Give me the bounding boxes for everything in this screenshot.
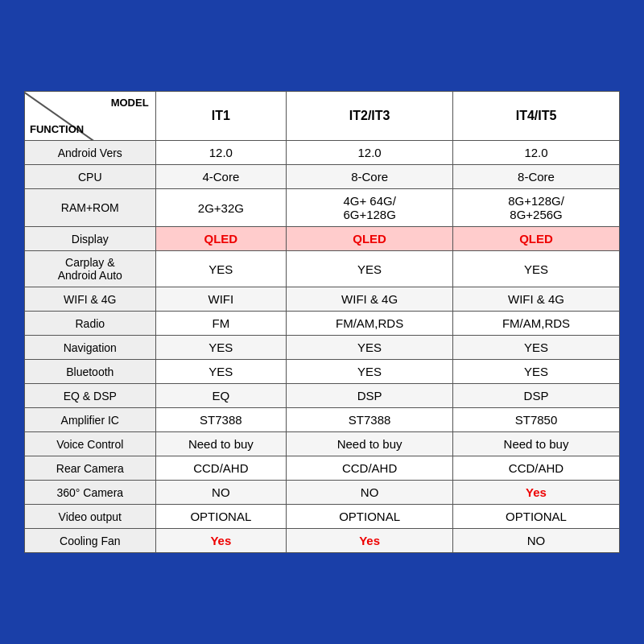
cell-it45: YES <box>453 360 620 384</box>
cell-it45: 8-Core <box>453 165 620 189</box>
cell-it23: WIFI & 4G <box>287 287 453 312</box>
cell-it1: YES <box>155 360 287 384</box>
cell-it45: Yes <box>453 481 620 505</box>
cell-it23: OPTIONAL <box>287 505 453 529</box>
cell-it23: 12.0 <box>287 141 453 165</box>
cell-it1: OPTIONAL <box>155 505 287 529</box>
cell-it1: ST7388 <box>155 408 287 432</box>
cell-it1: YES <box>155 336 287 360</box>
cell-it1: FM <box>155 312 287 336</box>
cell-it23: Need to buy <box>287 432 453 456</box>
feature-label: Radio <box>25 312 156 336</box>
cell-it23: YES <box>287 336 453 360</box>
cell-it23: FM/AM,RDS <box>287 312 453 336</box>
feature-label: Carplay & Android Auto <box>25 251 156 287</box>
cell-it23: YES <box>287 251 453 287</box>
cell-it45: WIFI & 4G <box>453 287 620 312</box>
feature-label: 360° Camera <box>25 481 156 505</box>
cell-it1: QLED <box>155 227 287 251</box>
cell-it45: CCD/AHD <box>453 456 620 481</box>
cell-it1: Yes <box>155 529 287 553</box>
cell-it1: 12.0 <box>155 141 287 165</box>
cell-it23: 8-Core <box>287 165 453 189</box>
feature-label: Android Vers <box>25 141 156 165</box>
cell-it45: YES <box>453 336 620 360</box>
feature-label: Display <box>25 227 156 251</box>
cell-it1: Need to buy <box>155 432 287 456</box>
model-label: MODEL <box>111 97 149 109</box>
cell-it45: ST7850 <box>453 408 620 432</box>
corner-header: MODEL FUNCTION <box>25 92 156 141</box>
feature-label: Bluetooth <box>25 360 156 384</box>
cell-it45: DSP <box>453 384 620 408</box>
feature-label: EQ & DSP <box>25 384 156 408</box>
feature-label: RAM+ROM <box>25 189 156 227</box>
cell-it23: QLED <box>287 227 453 251</box>
cell-it23: DSP <box>287 384 453 408</box>
feature-label: Cooling Fan <box>25 529 156 553</box>
feature-label: Rear Camera <box>25 456 156 481</box>
cell-it1: 4-Core <box>155 165 287 189</box>
feature-label: Voice Control <box>25 432 156 456</box>
cell-it1: YES <box>155 251 287 287</box>
cell-it23: NO <box>287 481 453 505</box>
cell-it45: FM/AM,RDS <box>453 312 620 336</box>
function-label: FUNCTION <box>30 123 84 135</box>
cell-it23: ST7388 <box>287 408 453 432</box>
cell-it45: 8G+128G/ 8G+256G <box>453 189 620 227</box>
cell-it23: YES <box>287 360 453 384</box>
cell-it45: OPTIONAL <box>453 505 620 529</box>
cell-it1: CCD/AHD <box>155 456 287 481</box>
col-header-it23: IT2/IT3 <box>287 92 453 141</box>
cell-it1: EQ <box>155 384 287 408</box>
feature-label: Amplifier IC <box>25 408 156 432</box>
cell-it45: 12.0 <box>453 141 620 165</box>
cell-it45: NO <box>453 529 620 553</box>
col-header-it45: IT4/IT5 <box>453 92 620 141</box>
cell-it23: Yes <box>287 529 453 553</box>
col-header-it1: IT1 <box>155 92 287 141</box>
feature-label: Video output <box>25 505 156 529</box>
cell-it1: 2G+32G <box>155 189 287 227</box>
cell-it1: WIFI <box>155 287 287 312</box>
feature-label: CPU <box>25 165 156 189</box>
feature-label: Navigation <box>25 336 156 360</box>
cell-it23: 4G+ 64G/ 6G+128G <box>287 189 453 227</box>
cell-it45: Need to buy <box>453 432 620 456</box>
cell-it45: QLED <box>453 227 620 251</box>
cell-it45: YES <box>453 251 620 287</box>
comparison-table: MODEL FUNCTION IT1 IT2/IT3 IT4/IT5 Andro… <box>24 91 620 553</box>
feature-label: WIFI & 4G <box>25 287 156 312</box>
cell-it1: NO <box>155 481 287 505</box>
cell-it23: CCD/AHD <box>287 456 453 481</box>
comparison-table-wrapper: MODEL FUNCTION IT1 IT2/IT3 IT4/IT5 Andro… <box>8 75 636 569</box>
